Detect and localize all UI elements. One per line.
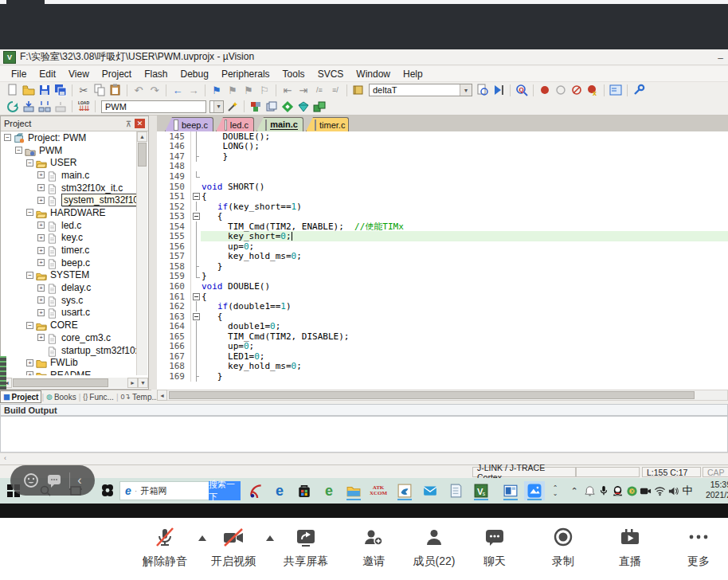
voov-icon[interactable] — [524, 481, 545, 500]
debug-magnifier-icon[interactable]: Q — [515, 84, 529, 97]
uncomment-icon[interactable]: ≡/ — [328, 84, 342, 97]
editor-tab-timer-c[interactable]: timer.c — [306, 117, 349, 131]
code-line-151[interactable]: 151{ — [157, 191, 728, 202]
load-icon[interactable]: LOAD⇊⇊ — [76, 100, 91, 113]
code-line-163[interactable]: 163 { — [157, 312, 728, 322]
redo-icon[interactable]: ↷ — [147, 84, 162, 97]
tree-item-fwlib[interactable]: +FWLib — [2, 356, 139, 369]
volume-icon[interactable] — [666, 481, 680, 500]
fold-margin[interactable] — [190, 272, 202, 282]
chat-icon[interactable] — [459, 524, 530, 551]
minimize-button[interactable]: – — [718, 53, 723, 64]
fold-margin[interactable] — [190, 171, 202, 182]
expand-plus-icon[interactable]: + — [37, 334, 45, 341]
code-line-154[interactable]: 154 TIM_Cmd(TIM2, ENABLE); //使能TIMx — [157, 221, 728, 232]
code-line-160[interactable]: 160void DOUBLE() — [157, 281, 728, 292]
wrench-icon[interactable] — [632, 84, 646, 97]
menu-debug[interactable]: Debug — [174, 67, 215, 81]
live-icon[interactable] — [594, 524, 666, 551]
save-all-icon[interactable] — [53, 84, 68, 97]
bookmark-clear-icon[interactable]: ⚐ — [257, 84, 272, 97]
window-select-icon[interactable] — [609, 84, 623, 97]
menu-tools[interactable]: Tools — [276, 67, 311, 81]
fold-margin[interactable] — [190, 341, 202, 351]
expand-plus-icon[interactable]: + — [26, 371, 33, 375]
fold-margin[interactable] — [190, 301, 202, 312]
code-line-147[interactable]: 147 } — [157, 151, 728, 162]
tree-item-delay-c[interactable]: +delay.c — [2, 281, 139, 294]
fold-margin[interactable] — [190, 252, 202, 262]
fold-margin[interactable] — [190, 191, 202, 202]
chevron-down-icon[interactable]: ▾ — [460, 84, 472, 96]
meeting-live[interactable]: 直播 — [594, 524, 666, 569]
collapse-minus-icon[interactable]: − — [15, 147, 22, 154]
tree-item-sys-c[interactable]: +sys.c — [2, 294, 139, 307]
fold-margin[interactable] — [190, 261, 202, 272]
tree-item-timer-c[interactable]: +timer.c — [2, 244, 139, 257]
edge-icon[interactable]: e — [269, 481, 290, 500]
workspace-tab-temp[interactable]: 0↴Temp... — [119, 391, 161, 402]
build-output-header[interactable]: Build Output — [0, 404, 728, 416]
rebuild-icon[interactable] — [37, 100, 52, 113]
expand-plus-icon[interactable]: + — [37, 284, 45, 292]
paste-icon[interactable] — [108, 84, 123, 97]
menu-peripherals[interactable]: Peripherals — [215, 67, 276, 81]
code-editor[interactable]: 145 DOUBLE();146 LONG();147 }148149150vo… — [157, 131, 728, 390]
breakpoint-icon[interactable] — [538, 84, 552, 97]
code-line-152[interactable]: 152 if(key_short==1) — [157, 202, 728, 212]
tree-vscrollbar[interactable]: ▲ — [136, 131, 147, 375]
code-line-159[interactable]: 159} — [157, 272, 728, 282]
editor-tab-led-c[interactable]: led.c — [216, 117, 254, 131]
fold-margin[interactable] — [190, 151, 202, 162]
indent-right-icon[interactable]: ⇥ — [296, 84, 311, 97]
tree-item-led-c[interactable]: +led.c — [2, 219, 139, 232]
workspace-tab-project[interactable]: ▦Project — [0, 390, 41, 403]
fold-margin[interactable] — [190, 211, 202, 221]
meeting-record[interactable]: 录制 — [527, 524, 599, 569]
fold-margin[interactable] — [190, 371, 202, 382]
build-icon[interactable] — [22, 100, 36, 113]
batch-build-icon[interactable] — [53, 100, 68, 113]
close-icon[interactable]: ✕ — [135, 119, 145, 128]
menu-svcs[interactable]: SVCS — [311, 67, 350, 81]
workspace-tab-books[interactable]: ◍Books — [44, 391, 79, 402]
breakpoint-kill-icon[interactable]: x — [585, 84, 600, 97]
bookmark-next-icon[interactable]: ⚑ — [241, 84, 256, 97]
menu-project[interactable]: Project — [96, 67, 138, 81]
camera-icon[interactable] — [638, 481, 652, 500]
tree-item-system[interactable]: −SYSTEM — [2, 269, 139, 282]
fold-collapse-icon[interactable] — [193, 293, 200, 300]
new-file-icon[interactable] — [6, 84, 20, 97]
menu-file[interactable]: File — [5, 67, 33, 81]
find-in-files-icon[interactable] — [476, 84, 490, 97]
menu-view[interactable]: View — [62, 67, 96, 81]
bird-icon[interactable] — [394, 481, 415, 500]
code-line-157[interactable]: 157 key_hold_ms=0; — [157, 252, 728, 262]
code-line-162[interactable]: 162 if(double1==1) — [157, 301, 728, 312]
mail-icon[interactable] — [420, 481, 440, 500]
mic-muted-icon[interactable] — [129, 524, 201, 551]
meeting-camera-muted[interactable]: 开启视频 — [198, 524, 269, 569]
fold-margin[interactable] — [190, 241, 202, 252]
code-line-150[interactable]: 150void SHORT() — [157, 182, 728, 192]
tree-item-beep-c[interactable]: +beep.c — [2, 257, 139, 269]
search-combo[interactable]: deltaT▾ — [369, 84, 472, 96]
open-folder-icon[interactable] — [22, 84, 36, 97]
undo-icon[interactable]: ↶ — [131, 84, 146, 97]
menu-edit[interactable]: Edit — [33, 67, 62, 81]
tree-item-user[interactable]: −USER — [2, 156, 139, 169]
file-extensions-icon[interactable] — [264, 100, 279, 113]
expand-plus-icon[interactable]: + — [26, 359, 33, 366]
book-icon[interactable] — [351, 84, 366, 97]
magic-wand-icon[interactable] — [225, 100, 240, 113]
expand-plus-icon[interactable]: + — [37, 309, 45, 316]
meeting-mic-muted[interactable]: 解除静音 — [129, 524, 201, 569]
fold-margin[interactable] — [190, 202, 202, 212]
fold-margin[interactable] — [190, 162, 202, 172]
copy-icon[interactable] — [92, 84, 107, 97]
expand-plus-icon[interactable]: + — [37, 296, 45, 304]
tree-item-project-pwm[interactable]: −Project: PWM — [2, 131, 139, 144]
code-line-164[interactable]: 164 double1=0; — [157, 321, 728, 331]
chevron-up-icon[interactable]: ⌃ — [567, 481, 581, 500]
code-line-166[interactable]: 166 up=0; — [157, 341, 728, 351]
